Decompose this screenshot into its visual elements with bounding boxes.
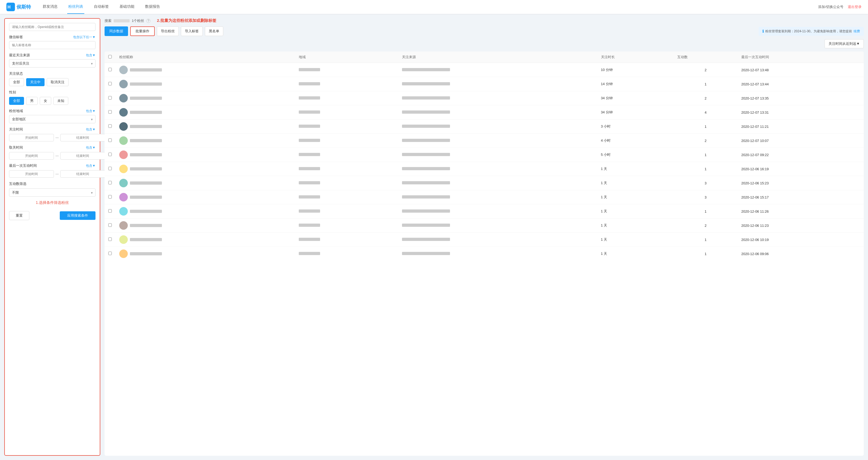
add-account-btn[interactable]: 添加/切换公众号: [818, 4, 843, 9]
interact-count-cell: 4: [674, 105, 738, 120]
region-select[interactable]: 全部地区: [9, 115, 95, 123]
follow-time-section: 关注时间 包含▼ — 📅: [9, 127, 95, 142]
select-all-checkbox[interactable]: [108, 55, 112, 58]
row-checkbox[interactable]: [108, 223, 112, 227]
apply-btn[interactable]: 应用搜索条件: [60, 211, 95, 220]
interact-filter-select[interactable]: 不限: [9, 188, 95, 197]
fans-table: 粉丝昵称 地域 关注来源 关注时长 互动数 最后一次互动时间 10 分钟2202…: [104, 52, 864, 261]
interact-count-cell: 1: [674, 148, 738, 162]
nav-item-fans[interactable]: 粉丝列表: [67, 0, 84, 14]
blacklist-btn[interactable]: 黑名单: [205, 26, 223, 36]
row-checkbox[interactable]: [108, 124, 112, 128]
row-checkbox[interactable]: [108, 181, 112, 184]
help-icon[interactable]: ?: [146, 19, 150, 23]
gender-male-btn[interactable]: 男: [26, 97, 38, 105]
batch-btn[interactable]: 批量操作: [130, 26, 155, 36]
wechat-tag-include[interactable]: 包含以下任一▼: [73, 35, 95, 39]
gender-all-btn[interactable]: 全部: [9, 97, 24, 105]
interact-count-cell: 3: [674, 176, 738, 190]
nav-items: 群发消息 粉丝列表 自动标签 基础功能 数据报告: [41, 0, 818, 14]
fan-search-input[interactable]: [9, 23, 95, 31]
row-checkbox[interactable]: [108, 110, 112, 114]
fan-name-cell: [116, 218, 295, 233]
last-interact-range: — 📅: [9, 170, 95, 178]
fan-region-cell: [295, 218, 398, 233]
col-fan-name: 粉丝昵称: [116, 52, 295, 63]
follow-source-select-wrapper: 支付后关注: [9, 59, 95, 67]
duration-cell: 1 天: [597, 190, 674, 204]
nav-item-basic[interactable]: 基础功能: [118, 0, 135, 14]
import-btn[interactable]: 导入标签: [181, 26, 203, 36]
fan-region-label: 粉丝地域: [9, 109, 23, 113]
toolbar-row: 同步数据 批量操作 导出粉丝 导入标签 黑名单 ℹ 粉丝管理套装到期：2024-…: [104, 26, 864, 36]
last-interact-time-cell: 2020-12-06 11:26: [738, 204, 864, 218]
last-interact-time-cell: 2020-12-06 16:19: [738, 162, 864, 176]
sync-btn[interactable]: 同步数据: [104, 26, 128, 36]
table-row: 34 分钟42020-12-07 13:31: [104, 105, 864, 120]
follow-source-cell: [398, 176, 597, 190]
col-checkbox: [104, 52, 116, 63]
fan-name-cell: [116, 134, 295, 148]
reset-btn[interactable]: 重置: [9, 211, 29, 220]
status-unfollowed-btn[interactable]: 取消关注: [47, 78, 68, 86]
row-checkbox[interactable]: [108, 153, 112, 156]
unfollow-time-label: 取关时间: [9, 145, 23, 150]
follow-source-cell: [398, 218, 597, 233]
notice-bar: ℹ 粉丝管理套装到期：2024-11-30。为避免影响使用，请您提前 续费: [758, 27, 864, 36]
last-interact-start-input[interactable]: [9, 170, 54, 178]
nav-item-report[interactable]: 数据报告: [144, 0, 161, 14]
status-following-btn[interactable]: 关注中: [26, 78, 44, 86]
duration-cell: 1 天: [597, 233, 674, 247]
gender-label: 性别: [9, 90, 16, 95]
row-checkbox[interactable]: [108, 167, 112, 170]
follow-time-include[interactable]: 包含▼: [86, 127, 95, 132]
notice-link[interactable]: 续费: [854, 29, 860, 34]
follow-start-input[interactable]: [9, 134, 54, 142]
region-include[interactable]: 包含▼: [86, 109, 95, 113]
follow-source-cell: [398, 134, 597, 148]
nav-item-broadcast[interactable]: 群发消息: [41, 0, 59, 14]
last-interact-time-cell: 2020-12-07 11:21: [738, 120, 864, 134]
follow-end-input[interactable]: [60, 134, 105, 142]
unfollow-time-include[interactable]: 包含▼: [86, 146, 95, 150]
table-row: 1 天22020-12-06 11:23: [104, 218, 864, 233]
unfollow-start-input[interactable]: [9, 152, 54, 159]
follow-source-select[interactable]: 支付后关注: [9, 59, 95, 67]
row-checkbox[interactable]: [108, 96, 112, 99]
row-checkbox[interactable]: [108, 238, 112, 241]
logo-text: 侯斯特: [17, 4, 31, 10]
last-interact-include[interactable]: 包含▼: [86, 163, 95, 168]
search-bar: 搜索 1个粉丝 ? 2.批量为这些粉丝添加或删除标签: [104, 18, 864, 23]
interact-filter-select-wrapper: 不限: [9, 188, 95, 197]
follow-source-cell: [398, 120, 597, 134]
sort-btn[interactable]: 关注时间从近到远▼: [825, 39, 864, 48]
row-checkbox[interactable]: [108, 252, 112, 255]
table-row: 1 天32020-12-06 15:17: [104, 190, 864, 204]
nav-item-autotag[interactable]: 自动标签: [93, 0, 110, 14]
fan-region-cell: [295, 204, 398, 218]
row-checkbox[interactable]: [108, 209, 112, 213]
search-value-blurred: [114, 19, 130, 23]
unfollow-end-input[interactable]: [60, 152, 105, 159]
fan-name-cell: [116, 105, 295, 120]
interact-count-cell: 1: [674, 233, 738, 247]
logo-icon: H: [6, 3, 15, 11]
row-checkbox[interactable]: [108, 139, 112, 142]
interact-count-cell: 2: [674, 63, 738, 77]
follow-source-include[interactable]: 包含▼: [86, 53, 95, 58]
logout-btn[interactable]: 退出登录: [848, 4, 862, 9]
row-checkbox[interactable]: [108, 82, 112, 85]
row-checkbox[interactable]: [108, 195, 112, 198]
last-interact-time-cell: 2020-12-06 09:06: [738, 247, 864, 261]
fan-name-cell: [116, 91, 295, 105]
export-btn[interactable]: 导出粉丝: [157, 26, 179, 36]
tag-name-input[interactable]: [9, 41, 95, 49]
content-area: 搜索 1个粉丝 ? 2.批量为这些粉丝添加或删除标签 同步数据 批量操作 导出粉…: [104, 18, 864, 456]
duration-cell: 34 分钟: [597, 91, 674, 105]
row-checkbox[interactable]: [108, 68, 112, 71]
status-all-btn[interactable]: 全部: [9, 78, 24, 86]
follow-source-cell: [398, 91, 597, 105]
gender-female-btn[interactable]: 女: [40, 97, 51, 105]
last-interact-end-input[interactable]: [60, 170, 105, 178]
gender-unknown-btn[interactable]: 未知: [53, 97, 68, 105]
